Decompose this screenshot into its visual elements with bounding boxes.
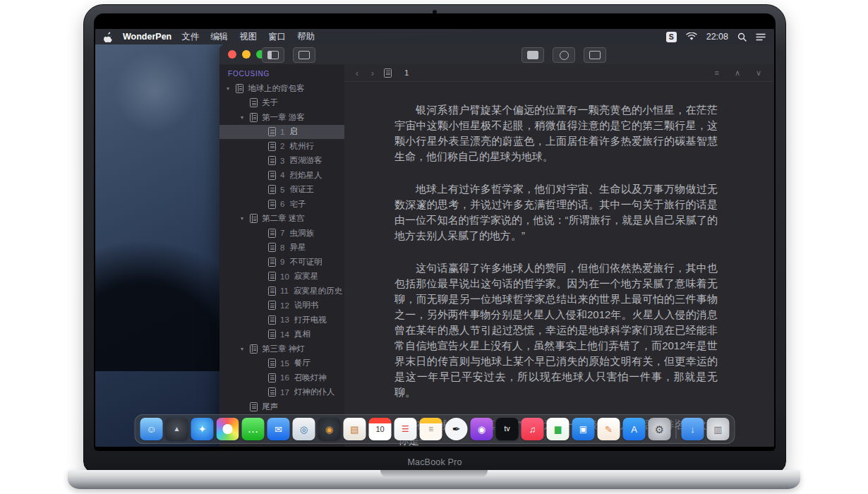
fullscreen-mode-button[interactable] [584,47,606,63]
menubar-menu-window[interactable]: 窗口 [268,31,286,43]
editor-content[interactable]: 银河系猎户臂旋某个偏远的位置有一颗亮黄色的小恒星，在茫茫宇宙中这颗小恒星极不起眼… [344,81,774,447]
dock-preview[interactable]: ◎ [293,418,315,440]
tree-row[interactable]: 13打开电视 [219,313,344,327]
dock-podcasts[interactable]: ◉ [471,418,493,440]
apple-menu[interactable] [104,32,113,42]
doc-icon [268,258,276,267]
editor-tab-bar: ‹ › 1 ≡ ∧ ∨ [344,64,774,82]
tree-row[interactable]: 6宅子 [219,197,344,212]
tree-row[interactable]: ▾第一章 游客 [219,110,344,125]
tree-row[interactable]: 14真相 [219,327,344,342]
disclosure-triangle-icon[interactable]: ▾ [241,346,250,352]
dock-messages[interactable]: … [242,418,265,440]
numbers-icon: ▆ [555,425,561,433]
tree-row[interactable]: 1启 [219,125,344,140]
menubar-menu-help[interactable]: 帮助 [297,31,315,43]
tree-row[interactable]: 15餐厅 [219,356,344,371]
menubar-menu-view[interactable]: 视图 [239,31,257,43]
disclosure-triangle-icon[interactable]: ▾ [227,85,236,92]
tree-row[interactable]: 5假证王 [219,183,344,198]
tree-row[interactable]: 3西湖游客 [219,154,344,169]
item-number: 3 [280,157,284,165]
dock-notes[interactable]: ≡ [420,418,442,440]
dock-mail[interactable]: ✉ [267,418,290,440]
screen: FOCUSING ▾地球上的背包客关于▾第一章 游客1启2杭州行3西湖游客4烈焰… [95,29,774,447]
menubar-menu-file[interactable]: 文件 [181,31,199,43]
book-icon [250,113,258,122]
menu-list-icon[interactable] [756,33,766,41]
tree-row[interactable]: ▾第三章 神灯 [219,342,344,356]
preview-panel-button[interactable] [522,47,544,63]
dock-downloads[interactable]: ↓ [682,418,704,440]
doc-icon [268,156,276,165]
menubar-clock[interactable]: 22:08 [706,32,728,42]
item-number: 7 [280,229,284,237]
tree-row[interactable]: 17灯神的仆人 [219,385,344,400]
toggle-outline-button[interactable] [293,47,315,63]
toggle-sidebar-button[interactable] [262,47,284,63]
input-source-icon[interactable]: S [666,32,677,42]
dock-launchpad[interactable]: ▲ [166,418,188,440]
tree-row[interactable]: ▾地球上的背包客 [219,81,344,96]
downloads-icon: ↓ [690,425,695,434]
scroll-down-icon[interactable]: ∨ [756,68,761,78]
dock-trash[interactable]: ▥ [707,418,730,440]
item-number: 2 [280,142,284,150]
item-label: 寂寞星的历史 [294,286,342,296]
reminders-icon: ☰ [402,425,409,433]
tree-row[interactable]: 8异星 [219,241,344,255]
dock-finder[interactable]: ☺ [140,418,163,440]
active-app-name[interactable]: WonderPen [123,32,171,42]
wifi-icon[interactable] [686,32,697,41]
item-label: 第一章 游客 [262,112,305,123]
tree-row[interactable]: 关于 [219,96,344,111]
tree-row[interactable]: 7虫洞族 [219,226,344,241]
item-label: 西湖游客 [289,155,322,166]
dock-music[interactable]: ♫ [522,418,544,440]
dock-appletv[interactable]: tv [496,418,519,440]
dock-appstore[interactable]: A [623,418,646,440]
dock-pages[interactable]: ✎ [598,418,620,440]
disclosure-triangle-icon[interactable]: ▾ [241,215,250,222]
appstore-icon: A [631,425,637,434]
item-label: 第三章 神灯 [262,344,305,354]
tree-row[interactable]: 4烈焰星人 [219,168,344,183]
dock-numbers[interactable]: ▆ [547,418,569,440]
safari-icon: ✦ [198,424,207,434]
tree-row[interactable]: 尾声 [219,399,344,414]
item-number: 6 [280,200,284,208]
scroll-up-icon[interactable]: ∧ [735,68,740,78]
back-chevron-icon[interactable]: ‹ [353,68,361,78]
dock-books[interactable]: ▤ [344,418,366,440]
close-button[interactable] [228,50,236,59]
tree-row[interactable]: 11寂寞星的历史 [219,284,344,299]
outline-list-icon[interactable]: ≡ [714,68,718,77]
tree-row[interactable]: 12说明书 [219,299,344,313]
dock-system-preferences[interactable]: ⚙ [649,418,671,440]
dock-calendar[interactable]: 10 [369,418,392,440]
dock-photos[interactable] [217,418,239,440]
disclosure-triangle-icon[interactable]: ▾ [241,114,250,121]
menubar-menus: 文件编辑视图窗口帮助 [181,31,315,43]
apple-icon [104,32,113,42]
menubar-menu-edit[interactable]: 编辑 [210,31,228,43]
dock-keynote[interactable]: ▣ [572,418,595,440]
item-label: 虫洞族 [289,228,314,239]
app-window: FOCUSING ▾地球上的背包客关于▾第一章 游客1启2杭州行3西湖游客4烈焰… [219,44,774,447]
item-number: 14 [280,330,289,339]
tree-row[interactable]: ▾第二章 迷宫 [219,212,344,227]
tree-row[interactable]: 9不可证明 [219,255,344,270]
dock-photo-booth[interactable]: ◉ [318,418,341,440]
tree-row[interactable]: 10寂寞星 [219,270,344,284]
item-label: 餐厅 [294,358,311,368]
item-label: 灯神的仆人 [294,387,335,397]
focus-mode-button[interactable] [553,47,575,63]
dock-safari[interactable]: ✦ [191,418,214,440]
dock-reminders[interactable]: ☰ [394,418,417,440]
dock-wonderpen[interactable]: ✒ [445,418,468,440]
tree-row[interactable]: 16召唤灯神 [219,370,344,385]
spotlight-search-icon[interactable] [737,32,747,42]
minimize-button[interactable] [242,50,251,59]
tree-row[interactable]: 2杭州行 [219,139,344,154]
forward-chevron-icon[interactable]: › [368,68,377,78]
